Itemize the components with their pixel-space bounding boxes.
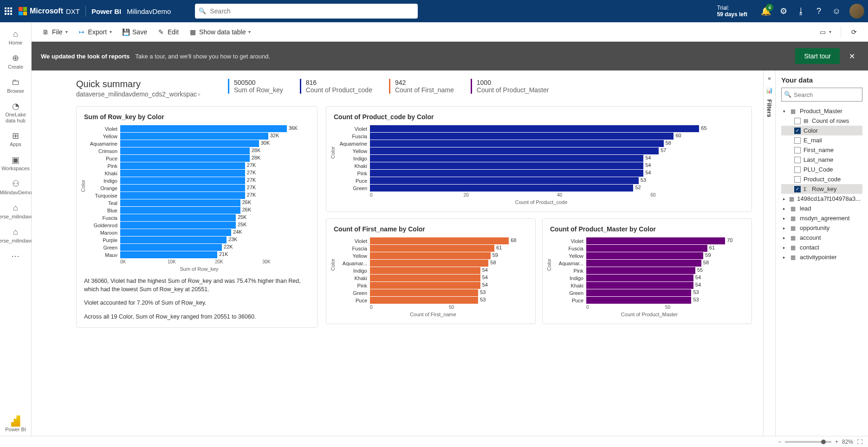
nav-ws-milindav[interactable]: ⚇MilindavDemo (0, 176, 32, 199)
file-menu[interactable]: 🗎File▾ (37, 26, 72, 38)
filters-pane-collapsed[interactable]: « 📊 Filters (763, 70, 775, 436)
notifications-icon[interactable]: 🔔4 (761, 6, 771, 16)
field-row[interactable]: ✓ΣRow_key (781, 184, 862, 194)
bar-row[interactable]: Orange 27K (89, 185, 310, 192)
bar-row[interactable]: Crimson 28K (89, 147, 310, 154)
workspace-name[interactable]: MilindavDemo (127, 7, 171, 15)
bar-row[interactable]: Blue 26K (89, 207, 310, 214)
bar-row[interactable]: Pink 55 (555, 267, 744, 274)
bar-row[interactable]: Green 52 (338, 185, 744, 192)
export-menu[interactable]: ↦Export▾ (73, 26, 117, 38)
trial-status[interactable]: Trial: 59 days left (717, 5, 747, 18)
table-node[interactable]: ▸▦activitypointer (781, 252, 862, 262)
save-button[interactable]: 💾Save (117, 26, 152, 38)
chart-card-firstname[interactable]: Count of First_name by Color Color Viole… (326, 218, 536, 324)
field-row[interactable]: ✓Color (781, 126, 862, 135)
checkbox[interactable] (794, 118, 801, 124)
checkbox[interactable] (794, 137, 801, 144)
bar-row[interactable]: Turquoise 27K (89, 192, 310, 199)
table-node[interactable]: ▸▦lead (781, 204, 862, 213)
bar-row[interactable]: Indigo 54 (555, 275, 744, 281)
bar-row[interactable]: Indigo 54 (338, 267, 528, 274)
bar-row[interactable]: Green 22K (89, 244, 310, 251)
bar-row[interactable]: Purple 23K (89, 236, 310, 243)
bar-row[interactable]: Violet 65 (338, 125, 744, 132)
bar-row[interactable]: Khaki 54 (338, 162, 744, 169)
show-data-table-menu[interactable]: ▦Show data table▾ (184, 26, 255, 38)
bar-row[interactable]: Fuscia 25K (89, 214, 310, 221)
download-icon[interactable]: ⭳ (797, 6, 806, 16)
field-row[interactable]: PLU_Code (781, 165, 862, 174)
bar-row[interactable]: Aquamar... 58 (555, 260, 744, 267)
bar-row[interactable]: Puce 53 (338, 177, 744, 184)
bar-row[interactable]: Teal 26K (89, 199, 310, 206)
app-name[interactable]: Power BI (91, 7, 121, 15)
chart-card-rowkey[interactable]: Sum of Row_key by Color Color Violet 36K… (76, 106, 317, 328)
nav-create[interactable]: ⊕Create (0, 50, 32, 73)
bar-row[interactable]: Indigo 27K (89, 177, 310, 184)
bar-row[interactable]: Green 53 (555, 289, 744, 296)
bar-row[interactable]: Yellow 32K (89, 133, 310, 140)
checkbox[interactable]: ✓ (794, 186, 801, 192)
kpi-card[interactable]: 1000Count of Product_Master (471, 79, 549, 94)
nav-browse[interactable]: 🗀Browse (0, 74, 32, 97)
user-avatar[interactable] (849, 4, 864, 19)
bar-row[interactable]: Maroon 24K (89, 229, 310, 236)
bar-row[interactable]: Fuscia 60 (338, 133, 744, 140)
fit-to-screen-icon[interactable]: ⛶ (857, 439, 862, 445)
kpi-card[interactable]: 500500Sum of Row_key (228, 79, 283, 94)
bar-row[interactable]: Puce 28K (89, 155, 310, 162)
bar-row[interactable]: Khaki 54 (555, 282, 744, 289)
bar-row[interactable]: Khaki 27K (89, 170, 310, 177)
chart-card-productmaster[interactable]: Count of Product_Master by Color Color V… (542, 218, 752, 324)
bar-row[interactable]: Aquamarine 30K (89, 140, 310, 147)
bar-row[interactable]: Puce 53 (555, 297, 744, 304)
table-node[interactable]: ▸▦opportunity (781, 223, 862, 233)
field-row[interactable]: First_name (781, 145, 862, 155)
table-node[interactable]: ▸▦msdyn_agreement (781, 213, 862, 223)
edit-datasource-icon[interactable]: ▫ (198, 90, 200, 98)
bar-row[interactable]: Fuscia 61 (338, 245, 528, 252)
view-mode[interactable]: ▭▾ (814, 26, 836, 38)
table-node[interactable]: ▸▦contact (781, 243, 862, 252)
zoom-slider[interactable] (785, 441, 831, 443)
nav-powerbi[interactable]: Power BI (0, 412, 32, 436)
field-row[interactable]: E_mail (781, 135, 862, 145)
close-banner-icon[interactable]: ✕ (845, 50, 859, 63)
nav-more[interactable]: ⋯ (0, 248, 32, 265)
zoom-in-button[interactable]: + (835, 439, 838, 445)
nav-workspaces[interactable]: ▣Workspaces (0, 152, 32, 175)
bar-row[interactable]: Violet 68 (338, 237, 528, 244)
nav-onelake[interactable]: ◔OneLake data hub (0, 98, 32, 127)
data-search-input[interactable] (781, 88, 862, 102)
chart-card-productcode[interactable]: Count of Product_code by Color Color Vio… (326, 106, 752, 212)
global-search[interactable]: 🔍 (195, 4, 418, 19)
bar-row[interactable]: Aquamarine 58 (338, 140, 744, 147)
bar-row[interactable]: Yellow 57 (338, 147, 744, 154)
field-row[interactable]: Last_name (781, 155, 862, 165)
bar-row[interactable]: Violet 70 (555, 237, 744, 244)
bar-row[interactable]: Indigo 54 (338, 155, 744, 162)
refresh-button[interactable]: ⟳ (846, 26, 862, 38)
expand-filters-icon[interactable]: « (768, 75, 771, 82)
checkbox[interactable] (794, 166, 801, 173)
help-icon[interactable]: ? (814, 6, 823, 16)
zoom-out-button[interactable]: − (778, 439, 781, 445)
search-input[interactable] (195, 4, 418, 19)
start-tour-button[interactable]: Start tour (795, 48, 840, 64)
bar-row[interactable]: Aquamar... 58 (338, 260, 528, 267)
bar-row[interactable]: Pink 54 (338, 282, 528, 289)
bar-row[interactable]: Mauv 21K (89, 251, 310, 258)
checkbox[interactable] (794, 147, 801, 153)
edit-button[interactable]: ✎Edit (153, 26, 183, 38)
checkbox[interactable]: ✓ (794, 128, 801, 134)
nav-ws-dataverse2[interactable]: ⌂dataverse_milindavdem... (0, 224, 32, 247)
bar-row[interactable]: Pink 54 (338, 170, 744, 177)
kpi-card[interactable]: 942Count of First_name (389, 79, 454, 94)
kpi-card[interactable]: 816Count of Product_code (300, 79, 372, 94)
bar-row[interactable]: Fuscia 61 (555, 245, 744, 252)
feedback-icon[interactable]: ☺ (832, 6, 841, 16)
field-row[interactable]: Product_code (781, 174, 862, 184)
bar-row[interactable]: Yellow 59 (338, 252, 528, 259)
bar-row[interactable]: Green 53 (338, 289, 528, 296)
